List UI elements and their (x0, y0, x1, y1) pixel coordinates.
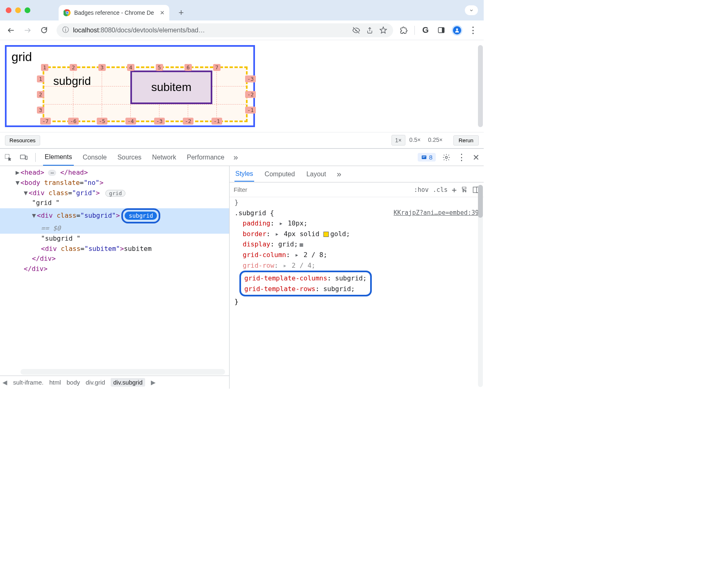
subgrid-badge-highlight: subgrid (121, 208, 160, 223)
chrome-menu-button[interactable]: ⋮ (468, 25, 478, 36)
close-window-button[interactable] (6, 7, 11, 13)
page-scrollbar[interactable] (478, 45, 483, 127)
hov-toggle[interactable]: :hov (414, 186, 429, 194)
breadcrumb-item[interactable]: body (67, 379, 80, 386)
zoom-05x-option[interactable]: 0.5× (406, 135, 424, 146)
color-swatch-icon[interactable] (323, 232, 329, 237)
grid-line-number: -2 (183, 118, 193, 125)
issue-icon (421, 154, 427, 160)
tabstrip-collapse-button[interactable] (465, 5, 478, 15)
dom-tree[interactable]: ▶<head> ⋯ </head> ▼<body translate="no">… (0, 166, 229, 369)
rerun-button[interactable]: Rerun (453, 135, 479, 146)
back-button[interactable] (4, 23, 18, 37)
bookmark-star-icon[interactable] (379, 26, 387, 34)
url-text: localhost:8080/docs/devtools/elements/ba… (73, 27, 348, 34)
svg-rect-9 (422, 155, 426, 159)
minimize-window-button[interactable] (15, 7, 21, 13)
grid-line-number: -3 (154, 118, 165, 125)
paint-format-icon[interactable] (461, 186, 468, 194)
tab-elements[interactable]: Elements (43, 149, 74, 166)
breadcrumb-right-icon[interactable]: ▶ (151, 379, 156, 386)
device-toolbar-icon[interactable] (20, 153, 28, 162)
close-tab-button[interactable]: × (160, 9, 164, 17)
rule-selector: .subgrid { (234, 209, 274, 217)
selected-dom-node[interactable]: ▼<div class="subgrid">subgrid (0, 208, 229, 223)
grid-line-number: 1 (37, 75, 44, 82)
arrow-right-icon (23, 26, 32, 34)
subgrid-badge[interactable]: subgrid (125, 212, 157, 220)
subitem-label: subitem (151, 81, 191, 94)
page-content: grid subgrid subitem 1 2 3 (0, 40, 484, 132)
breadcrumb-item[interactable]: div.grid (86, 379, 105, 386)
chevron-down-icon (469, 7, 474, 13)
styles-tabbar: Styles Computed Layout » (230, 166, 484, 182)
browser-tab-active[interactable]: Badges reference - Chrome De × (59, 5, 169, 20)
tab-computed[interactable]: Computed (264, 167, 296, 181)
breadcrumb-item[interactable]: sult-iframe. (13, 379, 43, 386)
eye-off-icon[interactable] (352, 26, 360, 34)
share-icon[interactable] (366, 27, 373, 34)
rule-source-link[interactable]: KKrajpZ?ani…pe=embed:39 (394, 208, 479, 218)
styles-scrollbar[interactable] (478, 185, 483, 387)
subitem-box: subitem (130, 71, 212, 104)
cls-toggle[interactable]: .cls (433, 186, 448, 194)
breadcrumb-left-icon[interactable]: ◀ (2, 379, 7, 386)
devtools-panel: Elements Console Sources Network Perform… (0, 148, 484, 389)
devtools-close-button[interactable]: ✕ (473, 153, 480, 162)
new-tab-button[interactable]: + (175, 7, 187, 19)
maximize-window-button[interactable] (25, 7, 30, 13)
site-info-icon[interactable]: ⓘ (62, 26, 69, 34)
demo-toolbar: Resources 1× 0.5× 0.25× Rerun (0, 132, 484, 148)
grid-line-number: 3 (37, 107, 44, 114)
tab-title: Badges reference - Chrome De (74, 9, 154, 16)
toolbar-divider (414, 26, 415, 35)
devtools-tabbar: Elements Console Sources Network Perform… (0, 149, 484, 166)
url-bar[interactable]: ⓘ localhost:8080/docs/devtools/elements/… (57, 23, 393, 37)
browser-toolbar: ⓘ localhost:8080/docs/devtools/elements/… (0, 20, 484, 40)
devtools-settings-icon[interactable] (442, 153, 450, 162)
profile-avatar[interactable] (452, 25, 462, 36)
svg-point-10 (446, 156, 448, 158)
reload-icon (40, 26, 48, 34)
grid-line-number: -6 (68, 118, 79, 125)
grid-line-number: -2 (245, 91, 256, 98)
grid-line-number: 7 (213, 64, 221, 71)
grid-editor-icon[interactable]: ▦ (300, 240, 303, 249)
grid-line-number: -7 (40, 118, 51, 125)
tab-layout[interactable]: Layout (305, 167, 327, 181)
person-icon (454, 27, 460, 33)
google-apps-button[interactable]: G (421, 25, 430, 35)
traffic-lights (6, 7, 30, 13)
dom-horizontal-scrollbar[interactable] (20, 369, 225, 375)
styles-panel: Styles Computed Layout » :hov .cls + (230, 166, 484, 389)
issues-badge[interactable]: 8 (418, 153, 436, 162)
grid-badge[interactable]: grid (105, 190, 125, 197)
styles-rules[interactable]: } .subgrid {KKrajpZ?ani…pe=embed:39 padd… (230, 197, 484, 389)
sidepanel-button[interactable] (436, 26, 446, 34)
zoom-1x-option[interactable]: 1× (391, 135, 405, 146)
tab-strip: Badges reference - Chrome De × + (59, 0, 187, 20)
tab-network[interactable]: Network (150, 150, 178, 165)
grid-line-number: 5 (156, 64, 163, 71)
tab-sources[interactable]: Sources (116, 150, 143, 165)
forward-button[interactable] (20, 23, 34, 37)
more-tabs-button[interactable]: » (233, 153, 238, 162)
resources-button[interactable]: Resources (5, 135, 40, 146)
svg-point-2 (66, 11, 68, 14)
breadcrumb-item[interactable]: html (49, 379, 61, 386)
tab-console[interactable]: Console (81, 150, 109, 165)
more-styles-tabs-button[interactable]: » (337, 169, 341, 179)
devtools-more-button[interactable]: ⋮ (457, 152, 466, 163)
ellipsis-pill[interactable]: ⋯ (48, 170, 56, 176)
svg-rect-8 (25, 156, 27, 159)
extensions-button[interactable] (399, 26, 409, 34)
grid-label: grid (11, 50, 250, 64)
styles-filter-input[interactable] (234, 186, 410, 193)
tab-styles[interactable]: Styles (234, 167, 254, 182)
breadcrumb-item-active[interactable]: div.subgrid (111, 378, 145, 387)
reload-button[interactable] (37, 23, 51, 37)
zoom-025x-option[interactable]: 0.25× (425, 135, 446, 146)
tab-performance[interactable]: Performance (185, 150, 226, 165)
new-rule-button[interactable]: + (452, 185, 457, 195)
inspect-icon[interactable] (4, 153, 12, 162)
